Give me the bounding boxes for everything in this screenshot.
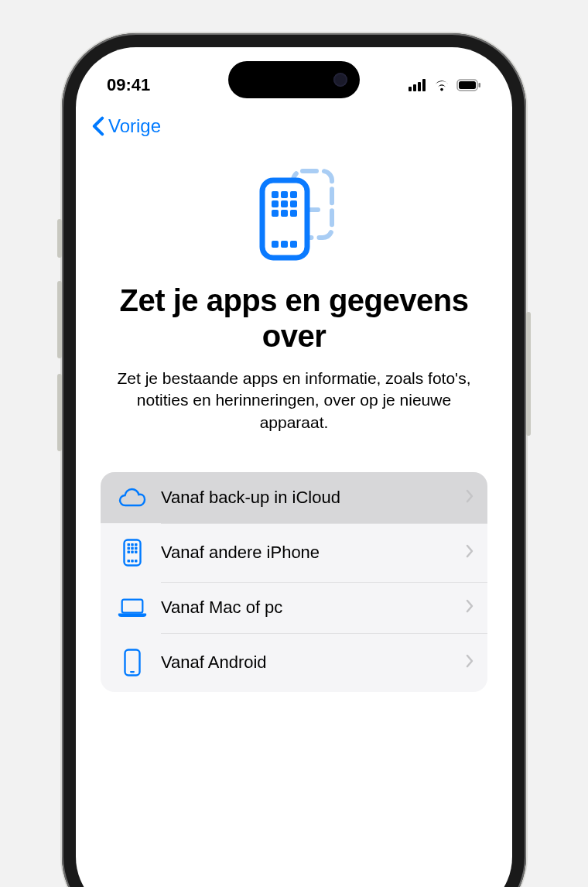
- svg-rect-27: [135, 547, 138, 550]
- svg-rect-18: [272, 241, 279, 248]
- volume-up-button: [57, 281, 62, 358]
- svg-rect-17: [290, 210, 297, 217]
- option-label: Vanaf Android: [161, 652, 452, 673]
- nav-back[interactable]: Vorige: [76, 109, 512, 143]
- transfer-options-list: Vanaf back-up in iCloud Vanaf andere iPh…: [101, 472, 487, 692]
- chevron-right-icon: [466, 652, 473, 673]
- svg-rect-29: [131, 551, 134, 554]
- svg-rect-24: [135, 543, 138, 546]
- dynamic-island: [228, 61, 360, 98]
- svg-rect-23: [131, 543, 134, 546]
- option-label: Vanaf back-up in iCloud: [161, 488, 452, 508]
- front-camera: [333, 73, 347, 87]
- transfer-hero-icon: [101, 166, 487, 267]
- option-icloud-backup[interactable]: Vanaf back-up in iCloud: [101, 472, 487, 523]
- option-mac-or-pc[interactable]: Vanaf Mac of pc: [101, 582, 487, 633]
- svg-rect-36: [130, 671, 135, 673]
- cloud-icon: [118, 488, 147, 508]
- svg-rect-19: [281, 241, 288, 248]
- svg-rect-6: [479, 83, 481, 87]
- svg-rect-20: [290, 241, 297, 248]
- option-label: Vanaf Mac of pc: [161, 598, 452, 618]
- option-another-iphone[interactable]: Vanaf andere iPhone: [101, 523, 487, 582]
- svg-rect-33: [135, 560, 138, 563]
- phone-frame: 09:41 Vorige: [62, 33, 526, 887]
- svg-rect-9: [272, 191, 279, 198]
- svg-rect-30: [135, 551, 138, 554]
- laptop-icon: [118, 598, 147, 618]
- svg-rect-16: [281, 210, 288, 217]
- chevron-right-icon: [466, 488, 473, 508]
- svg-rect-15: [272, 210, 279, 217]
- svg-rect-10: [281, 191, 288, 198]
- side-button: [57, 219, 62, 258]
- nav-back-label: Vorige: [108, 115, 161, 137]
- chevron-left-icon: [91, 116, 105, 136]
- svg-rect-28: [128, 551, 131, 554]
- page-subtitle: Zet je bestaande apps en informatie, zoa…: [101, 368, 487, 433]
- chevron-right-icon: [466, 598, 473, 618]
- svg-rect-2: [418, 82, 421, 91]
- volume-down-button: [57, 374, 62, 451]
- svg-rect-12: [272, 200, 279, 207]
- svg-rect-26: [131, 547, 134, 550]
- svg-rect-0: [409, 87, 412, 91]
- svg-rect-11: [290, 191, 297, 198]
- page-title: Zet je apps en gegevens over: [101, 283, 487, 354]
- svg-rect-34: [122, 600, 143, 613]
- svg-rect-5: [459, 81, 476, 89]
- chevron-right-icon: [466, 543, 473, 563]
- svg-rect-25: [128, 547, 131, 550]
- svg-rect-32: [131, 560, 134, 563]
- screen: 09:41 Vorige: [76, 47, 512, 887]
- battery-icon: [456, 79, 481, 91]
- svg-rect-14: [290, 200, 297, 207]
- svg-rect-1: [413, 84, 416, 91]
- power-button: [526, 312, 531, 436]
- cellular-icon: [409, 79, 427, 91]
- wifi-icon: [433, 79, 450, 91]
- svg-rect-22: [128, 543, 131, 546]
- status-time: 09:41: [107, 75, 150, 95]
- iphone-apps-icon: [118, 539, 147, 567]
- svg-rect-31: [128, 560, 131, 563]
- option-label: Vanaf andere iPhone: [161, 543, 452, 563]
- svg-rect-13: [281, 200, 288, 207]
- phone-outline-icon: [118, 649, 147, 676]
- svg-rect-3: [422, 79, 426, 91]
- option-android[interactable]: Vanaf Android: [101, 633, 487, 692]
